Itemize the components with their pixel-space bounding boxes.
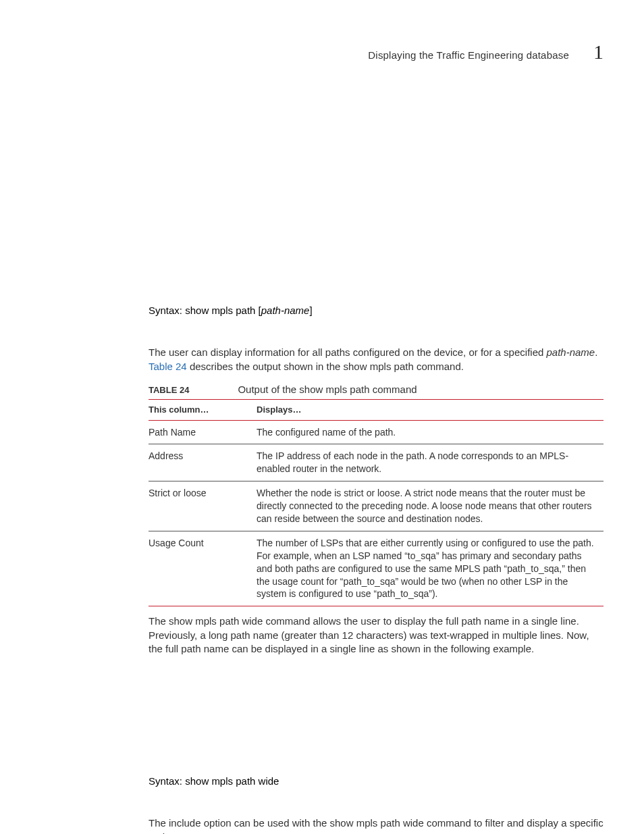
table-cell-col2: The configured name of the path.: [257, 420, 603, 444]
syntax1-variable: path-name: [261, 305, 310, 316]
syntax-line-1: Syntax: show mpls path [path-name]: [149, 304, 603, 317]
table-cell-col1: Usage Count: [149, 531, 257, 606]
syntax1-suffix: ]: [309, 305, 312, 316]
table-row: Usage Count The number of LSPs that are …: [149, 531, 603, 606]
paragraph-3: The include option can be used with the …: [149, 816, 603, 834]
paragraph-1: The user can display information for all…: [149, 346, 603, 373]
table-header-col1: This column…: [149, 400, 257, 421]
page-content: Syntax: show mpls path [path-name] The u…: [149, 304, 603, 834]
page: Displaying the Traffic Engineering datab…: [0, 0, 644, 834]
table-row: Path Name The configured name of the pat…: [149, 420, 603, 444]
running-head: Displaying the Traffic Engineering datab…: [41, 41, 603, 63]
table-cell-col1: Strict or loose: [149, 481, 257, 531]
table-header-row: This column… Displays…: [149, 400, 603, 421]
table-24-link[interactable]: Table 24: [149, 361, 187, 372]
chapter-number: 1: [593, 41, 603, 63]
para1-italic: path-name: [547, 346, 595, 358]
table-caption: TABLE 24 Output of the show mpls path co…: [149, 383, 603, 396]
section-title: Displaying the Traffic Engineering datab…: [368, 49, 569, 61]
table-cell-col2: Whether the node is strict or loose. A s…: [257, 481, 603, 531]
table-caption-text: Output of the show mpls path command: [238, 383, 417, 396]
syntax1-prefix: Syntax: show mpls path [: [149, 305, 261, 316]
para1-mid: .: [595, 346, 597, 358]
table-cell-col2: The number of LSPs that are either curre…: [257, 531, 603, 606]
table-cell-col2: The IP address of each node in the path.…: [257, 444, 603, 481]
para1-post: describes the output shown in the show m…: [187, 361, 464, 372]
table-caption-label: TABLE 24: [149, 384, 189, 396]
table-header-col2: Displays…: [257, 400, 603, 421]
table-row: Address The IP address of each node in t…: [149, 444, 603, 481]
para1-pre: The user can display information for all…: [149, 346, 547, 358]
table-row: Strict or loose Whether the node is stri…: [149, 481, 603, 531]
table-cell-col1: Address: [149, 444, 257, 481]
syntax-line-2: Syntax: show mpls path wide: [149, 775, 603, 788]
output-table: This column… Displays… Path Name The con…: [149, 399, 603, 606]
table-cell-col1: Path Name: [149, 420, 257, 444]
paragraph-2: The show mpls path wide command allows t…: [149, 615, 603, 656]
